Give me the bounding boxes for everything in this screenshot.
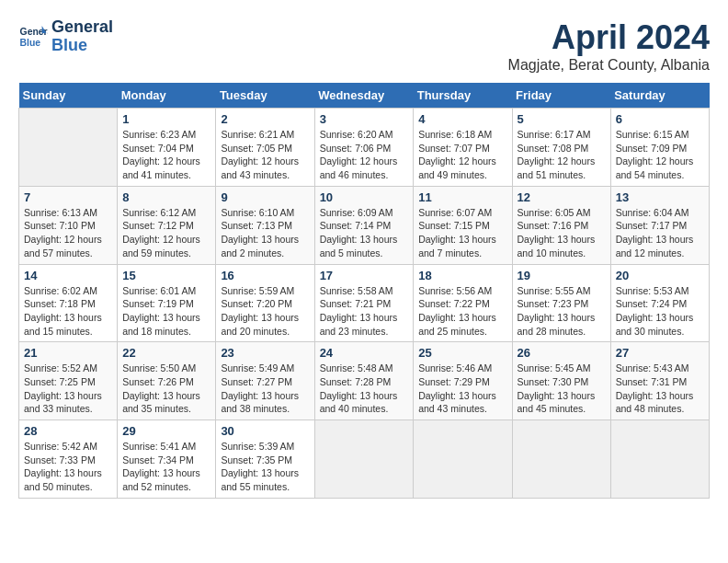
day-info: Sunrise: 6:21 AM Sunset: 7:05 PM Dayligh… xyxy=(221,128,309,182)
weekday-header-cell: Tuesday xyxy=(216,83,314,109)
calendar-cell: 18Sunrise: 5:56 AM Sunset: 7:22 PM Dayli… xyxy=(414,264,512,342)
day-number: 5 xyxy=(518,112,606,126)
svg-text:Blue: Blue xyxy=(20,37,41,47)
day-number: 7 xyxy=(24,190,112,204)
day-number: 16 xyxy=(221,269,309,282)
calendar-cell: 8Sunrise: 6:12 AM Sunset: 7:12 PM Daylig… xyxy=(118,186,216,264)
day-info: Sunrise: 5:53 AM Sunset: 7:24 PM Dayligh… xyxy=(616,284,704,339)
calendar-week-row: 28Sunrise: 5:42 AM Sunset: 7:33 PM Dayli… xyxy=(19,420,710,499)
calendar-cell: 20Sunrise: 5:53 AM Sunset: 7:24 PM Dayli… xyxy=(610,264,709,342)
day-info: Sunrise: 5:58 AM Sunset: 7:21 PM Dayligh… xyxy=(320,284,409,339)
day-number: 26 xyxy=(518,346,606,360)
calendar-cell: 14Sunrise: 6:02 AM Sunset: 7:18 PM Dayli… xyxy=(19,264,118,342)
day-info: Sunrise: 6:17 AM Sunset: 7:08 PM Dayligh… xyxy=(518,128,606,182)
day-info: Sunrise: 5:49 AM Sunset: 7:27 PM Dayligh… xyxy=(221,362,309,416)
day-info: Sunrise: 6:02 AM Sunset: 7:18 PM Dayligh… xyxy=(24,284,112,339)
day-info: Sunrise: 6:15 AM Sunset: 7:09 PM Dayligh… xyxy=(616,128,704,182)
day-info: Sunrise: 6:12 AM Sunset: 7:12 PM Dayligh… xyxy=(122,206,210,260)
calendar-cell: 4Sunrise: 6:18 AM Sunset: 7:07 PM Daylig… xyxy=(414,109,512,187)
calendar-cell: 19Sunrise: 5:55 AM Sunset: 7:23 PM Dayli… xyxy=(512,264,610,342)
day-info: Sunrise: 6:09 AM Sunset: 7:14 PM Dayligh… xyxy=(320,206,409,260)
day-number: 27 xyxy=(616,346,704,360)
day-number: 3 xyxy=(320,112,409,126)
day-number: 18 xyxy=(418,269,506,282)
weekday-header-cell: Wednesday xyxy=(314,83,414,109)
weekday-header-cell: Saturday xyxy=(610,83,709,109)
day-number: 20 xyxy=(616,269,704,282)
calendar-cell: 24Sunrise: 5:48 AM Sunset: 7:28 PM Dayli… xyxy=(314,342,414,420)
day-info: Sunrise: 6:07 AM Sunset: 7:15 PM Dayligh… xyxy=(418,206,506,260)
day-number: 10 xyxy=(320,190,409,204)
calendar-cell: 27Sunrise: 5:43 AM Sunset: 7:31 PM Dayli… xyxy=(610,342,709,420)
day-number: 30 xyxy=(221,424,309,438)
calendar-cell: 21Sunrise: 5:52 AM Sunset: 7:25 PM Dayli… xyxy=(19,342,118,420)
calendar-table: SundayMondayTuesdayWednesdayThursdayFrid… xyxy=(18,83,710,499)
calendar-cell: 22Sunrise: 5:50 AM Sunset: 7:26 PM Dayli… xyxy=(118,342,216,420)
day-info: Sunrise: 6:23 AM Sunset: 7:04 PM Dayligh… xyxy=(122,128,210,182)
day-info: Sunrise: 5:43 AM Sunset: 7:31 PM Dayligh… xyxy=(616,362,704,416)
day-info: Sunrise: 6:20 AM Sunset: 7:06 PM Dayligh… xyxy=(320,128,409,182)
calendar-cell: 10Sunrise: 6:09 AM Sunset: 7:14 PM Dayli… xyxy=(314,186,414,264)
calendar-cell xyxy=(314,420,414,499)
calendar-cell: 30Sunrise: 5:39 AM Sunset: 7:35 PM Dayli… xyxy=(216,420,314,499)
day-number: 17 xyxy=(320,269,409,282)
day-info: Sunrise: 5:59 AM Sunset: 7:20 PM Dayligh… xyxy=(221,284,309,339)
logo-icon: General Blue xyxy=(18,22,48,52)
calendar-cell: 5Sunrise: 6:17 AM Sunset: 7:08 PM Daylig… xyxy=(512,109,610,187)
calendar-week-row: 7Sunrise: 6:13 AM Sunset: 7:10 PM Daylig… xyxy=(19,186,710,264)
day-info: Sunrise: 5:46 AM Sunset: 7:29 PM Dayligh… xyxy=(418,362,506,416)
calendar-week-row: 21Sunrise: 5:52 AM Sunset: 7:25 PM Dayli… xyxy=(19,342,710,420)
day-info: Sunrise: 5:45 AM Sunset: 7:30 PM Dayligh… xyxy=(518,362,606,416)
calendar-cell xyxy=(512,420,610,499)
calendar-cell xyxy=(414,420,512,499)
calendar-cell: 3Sunrise: 6:20 AM Sunset: 7:06 PM Daylig… xyxy=(314,109,414,187)
calendar-cell: 11Sunrise: 6:07 AM Sunset: 7:15 PM Dayli… xyxy=(414,186,512,264)
calendar-cell: 7Sunrise: 6:13 AM Sunset: 7:10 PM Daylig… xyxy=(19,186,118,264)
calendar-cell xyxy=(19,109,118,187)
page-header: General Blue General Blue April 2024 Mag… xyxy=(18,18,710,74)
day-info: Sunrise: 5:41 AM Sunset: 7:34 PM Dayligh… xyxy=(122,440,210,494)
calendar-cell: 13Sunrise: 6:04 AM Sunset: 7:17 PM Dayli… xyxy=(610,186,709,264)
day-number: 2 xyxy=(221,112,309,126)
day-info: Sunrise: 5:56 AM Sunset: 7:22 PM Dayligh… xyxy=(418,284,506,339)
calendar-cell: 2Sunrise: 6:21 AM Sunset: 7:05 PM Daylig… xyxy=(216,109,314,187)
calendar-cell: 26Sunrise: 5:45 AM Sunset: 7:30 PM Dayli… xyxy=(512,342,610,420)
weekday-header-cell: Monday xyxy=(118,83,216,109)
day-number: 1 xyxy=(122,112,210,126)
weekday-header-cell: Sunday xyxy=(19,83,118,109)
title-block: April 2024 Magjate, Berat County, Albani… xyxy=(508,18,710,74)
logo-text: General Blue xyxy=(51,18,113,55)
day-number: 29 xyxy=(122,424,210,438)
day-number: 8 xyxy=(122,190,210,204)
day-number: 12 xyxy=(518,190,606,204)
logo: General Blue General Blue xyxy=(18,18,113,55)
day-number: 11 xyxy=(418,190,506,204)
day-info: Sunrise: 5:39 AM Sunset: 7:35 PM Dayligh… xyxy=(221,440,309,494)
calendar-cell xyxy=(610,420,709,499)
calendar-cell: 23Sunrise: 5:49 AM Sunset: 7:27 PM Dayli… xyxy=(216,342,314,420)
weekday-header-row: SundayMondayTuesdayWednesdayThursdayFrid… xyxy=(19,83,710,109)
day-info: Sunrise: 5:55 AM Sunset: 7:23 PM Dayligh… xyxy=(518,284,606,339)
day-number: 14 xyxy=(24,269,112,282)
calendar-week-row: 14Sunrise: 6:02 AM Sunset: 7:18 PM Dayli… xyxy=(19,264,710,342)
day-number: 6 xyxy=(616,112,704,126)
day-number: 19 xyxy=(518,269,606,282)
weekday-header-cell: Thursday xyxy=(414,83,512,109)
day-info: Sunrise: 6:04 AM Sunset: 7:17 PM Dayligh… xyxy=(616,206,704,260)
day-number: 24 xyxy=(320,346,409,360)
day-info: Sunrise: 6:13 AM Sunset: 7:10 PM Dayligh… xyxy=(24,206,112,260)
calendar-cell: 16Sunrise: 5:59 AM Sunset: 7:20 PM Dayli… xyxy=(216,264,314,342)
day-info: Sunrise: 5:48 AM Sunset: 7:28 PM Dayligh… xyxy=(320,362,409,416)
day-number: 21 xyxy=(24,346,112,360)
day-info: Sunrise: 6:05 AM Sunset: 7:16 PM Dayligh… xyxy=(518,206,606,260)
calendar-cell: 29Sunrise: 5:41 AM Sunset: 7:34 PM Dayli… xyxy=(118,420,216,499)
day-number: 25 xyxy=(418,346,506,360)
calendar-cell: 12Sunrise: 6:05 AM Sunset: 7:16 PM Dayli… xyxy=(512,186,610,264)
calendar-cell: 28Sunrise: 5:42 AM Sunset: 7:33 PM Dayli… xyxy=(19,420,118,499)
calendar-week-row: 1Sunrise: 6:23 AM Sunset: 7:04 PM Daylig… xyxy=(19,109,710,187)
day-number: 15 xyxy=(122,269,210,282)
calendar-cell: 9Sunrise: 6:10 AM Sunset: 7:13 PM Daylig… xyxy=(216,186,314,264)
day-number: 22 xyxy=(122,346,210,360)
calendar-body: 1Sunrise: 6:23 AM Sunset: 7:04 PM Daylig… xyxy=(19,109,710,499)
day-number: 4 xyxy=(418,112,506,126)
